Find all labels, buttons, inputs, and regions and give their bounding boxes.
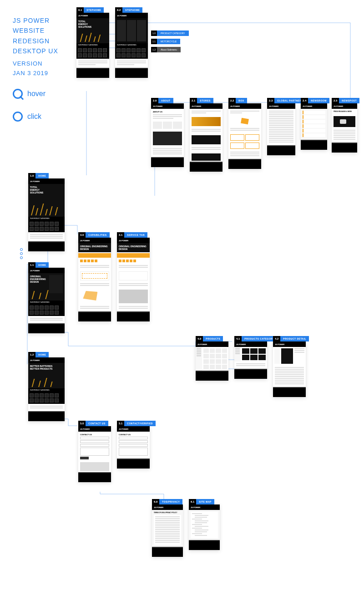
screen-box[interactable]: JS POWER [228,103,261,169]
tag-21[interactable]: 2.1STORES [190,98,213,103]
tag-20[interactable]: 2.0ABOUT [151,98,173,103]
screen-stephome-01[interactable]: JS POWER TOTAL ENERGY SOLUTIONS OUR PROD… [76,13,109,78]
screen-stores[interactable]: JS POWER [190,103,222,172]
tag-01[interactable]: 0.1STEPHOME [76,7,104,13]
dropdown-product-category[interactable]: 1.0PRODUCT CATEGORY [151,31,189,36]
tag-10[interactable]: 1.0HOME [28,173,49,178]
screen-home-11[interactable]: JS POWER ORIGINAL ENGINEERING DESIGN OUR… [28,268,65,333]
screen-tos[interactable]: JS POWER TERMS OF USE & PRIVACY POLICY [152,504,183,557]
legend-click: click [13,112,41,122]
screen-products-category[interactable]: JS POWER [234,341,267,379]
screen-newsroom[interactable]: JS POWER [301,103,327,150]
tag-41[interactable]: 4.1PRODUCTS CATEGORY [234,336,277,341]
screen-products[interactable]: JS POWER [196,341,228,381]
screen-product-detail[interactable]: JS POWER [273,341,306,397]
cat-label: OUR PRODUCT CATEGORIES [76,43,109,47]
tag-42[interactable]: 4.2PRODUCT DETAIL [273,336,309,341]
tag-50[interactable]: 5.0CONTACT US [78,421,108,426]
tag-60[interactable]: 6.0TOS/PRIVACY [152,499,182,504]
tag-12[interactable]: 1.2HOME [28,352,49,357]
screen-service-tab[interactable]: JS POWER ORIGINAL ENGINEERING DESIGN [117,238,150,321]
tag-23[interactable]: 2.3GLOBAL PARTNERS [267,98,306,103]
screen-stephome-02[interactable]: JS POWER OUR PRODUCT CATEGORIES [115,13,148,78]
cursor-icon [13,89,23,99]
doc-title: JS POWER WEBSITE REDESIGN DESKTOP UX [13,15,58,56]
screen-home-10[interactable]: JS POWER TOTAL ENERGY SOLUTIONS OUR PROD… [28,178,65,251]
screen-newspost[interactable]: JS POWER PRESS RELEASES & NEWS [332,103,357,153]
tag-30[interactable]: 3.0CAPABILITIES [78,232,110,238]
dropdown-about-submenu[interactable]: 1.2About Submenu [151,47,181,52]
screen-contact[interactable]: JS POWER CONTACT US [78,426,111,482]
circle-icon [13,112,23,122]
screen-home-12[interactable]: JS POWER BETTER BATTERIES BETTER PRODUCT… [28,357,65,421]
tag-11[interactable]: 1.1HOME [28,262,49,268]
screen-about[interactable]: JS POWER ABOUT US [151,103,184,167]
tag-40[interactable]: 4.0PRODUCTS [196,336,223,341]
legend-hover: hover [13,89,46,99]
tag-22[interactable]: 2.2BOX [228,98,247,103]
tag-51[interactable]: 5.1CONTACT/VERIFIED [117,421,156,426]
tag-61[interactable]: 6.1SITE MAP [189,499,214,504]
legend-mini-dots [20,248,23,259]
tag-24[interactable]: 2.4NEWSROOM [301,98,329,103]
doc-version: VERSION JAN 3 2019 [13,59,48,78]
screen-sitemap[interactable]: JS POWER [189,504,220,550]
tag-02[interactable]: 0.2STEPHOME [115,7,142,13]
tag-31[interactable]: 3.1SERVICE TAB [117,232,147,238]
screen-contact-verified[interactable]: JS POWER CONTACT US [117,426,150,469]
screen-capabilities[interactable]: JS POWER ORIGINAL ENGINEERING DESIGN [78,238,111,321]
tag-25[interactable]: 2.5NEWSPOST [332,98,359,103]
dropdown-motorcycle[interactable]: 1.1MOTORCYCLE [151,39,180,44]
screen-partners[interactable]: JS POWER [267,103,295,155]
